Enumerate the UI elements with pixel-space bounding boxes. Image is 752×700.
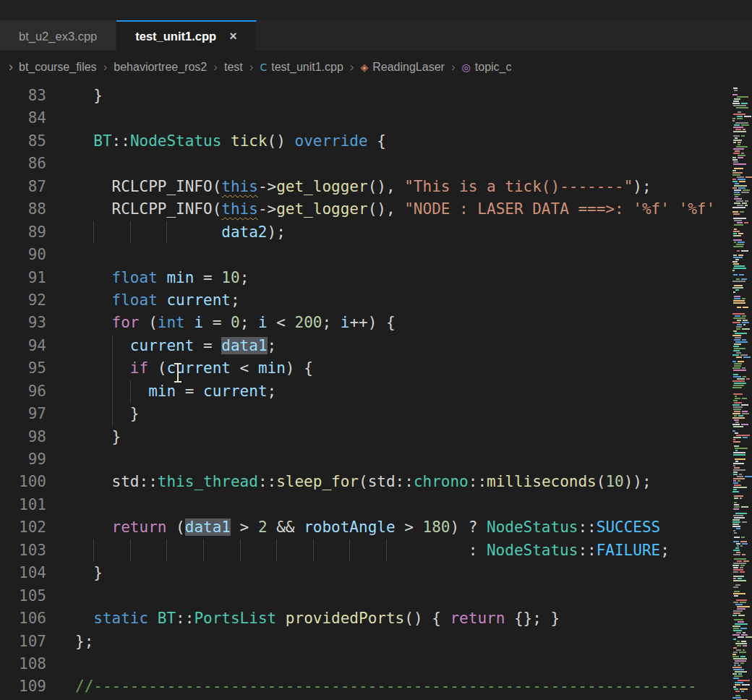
code-line-100[interactable]: 100 std::this_thread::sleep_for(std::chr… bbox=[0, 471, 732, 493]
line-number[interactable]: 109 bbox=[0, 675, 46, 698]
code-line-102[interactable]: 102 return (data1 > 2 && robotAngle > 18… bbox=[0, 516, 732, 539]
code-text[interactable]: if (current < min) { bbox=[46, 357, 732, 380]
code-line-88[interactable]: 88 RCLCPP_INFO(this->get_logger(), "NODE… bbox=[0, 198, 732, 221]
line-number[interactable]: 97 bbox=[0, 403, 46, 425]
code-text[interactable]: float current; bbox=[46, 289, 732, 312]
code-line-104[interactable]: 104 } bbox=[0, 562, 732, 584]
line-number[interactable]: 92 bbox=[0, 289, 46, 312]
code-text[interactable]: } bbox=[46, 85, 732, 107]
code-line-86[interactable]: 86 bbox=[0, 153, 732, 175]
line-number[interactable]: 83 bbox=[0, 85, 46, 107]
minimap-code-bar bbox=[733, 465, 735, 466]
line-number[interactable]: 87 bbox=[0, 176, 46, 198]
line-number[interactable]: 103 bbox=[0, 539, 46, 562]
code-line-108[interactable]: 108 bbox=[0, 653, 732, 675]
code-text[interactable]: BT::NodeStatus tick() override { bbox=[46, 130, 732, 153]
minimap-line bbox=[732, 688, 752, 690]
code-line-93[interactable]: 93 for (int i = 0; i < 200; i++) { bbox=[0, 312, 732, 334]
code-text[interactable] bbox=[46, 494, 732, 516]
code-text[interactable]: data2); bbox=[46, 221, 732, 244]
line-number[interactable]: 106 bbox=[0, 607, 46, 630]
breadcrumb-item-test_unit1-cpp[interactable]: Ctest_unit1.cpp bbox=[260, 61, 343, 74]
breadcrumb-item-ReadingLaser[interactable]: ◈ReadingLaser bbox=[360, 61, 444, 74]
code-line-90[interactable]: 90 bbox=[0, 244, 732, 266]
line-number[interactable]: 84 bbox=[0, 107, 46, 129]
code-line-99[interactable]: 99 bbox=[0, 448, 732, 471]
code-line-103[interactable]: 103 : NodeStatus::FAILURE; bbox=[0, 539, 732, 562]
line-number[interactable]: 89 bbox=[0, 221, 46, 244]
code-line-95[interactable]: 95 if (current < min) { bbox=[0, 357, 732, 380]
line-number[interactable]: 100 bbox=[0, 471, 46, 493]
code-text[interactable]: for (int i = 0; i < 200; i++) { bbox=[46, 312, 732, 334]
code-text[interactable] bbox=[46, 153, 732, 175]
code-text[interactable]: } bbox=[46, 562, 732, 584]
line-number[interactable]: 102 bbox=[0, 516, 46, 539]
line-number[interactable]: 85 bbox=[0, 130, 46, 153]
line-number[interactable]: 91 bbox=[0, 267, 46, 289]
line-number[interactable]: 98 bbox=[0, 426, 46, 448]
minimap[interactable] bbox=[732, 83, 752, 700]
code-line-89[interactable]: 89 data2); bbox=[0, 221, 732, 244]
minimap-code-bar bbox=[743, 320, 748, 321]
code-line-84[interactable]: 84 bbox=[0, 107, 732, 129]
line-number[interactable]: 90 bbox=[0, 244, 46, 266]
code-text[interactable]: return (data1 > 2 && robotAngle > 180) ?… bbox=[46, 516, 732, 539]
code-text[interactable]: static BT::PortsList providedPorts() { r… bbox=[46, 607, 732, 630]
minimap-line bbox=[732, 335, 752, 336]
code-line-97[interactable]: 97 } bbox=[0, 403, 732, 425]
line-number[interactable]: 104 bbox=[0, 562, 46, 584]
breadcrumb-item-topic_c[interactable]: ◎topic_c bbox=[462, 61, 512, 74]
code-text[interactable]: current = data1; bbox=[46, 335, 732, 357]
code-line-109[interactable]: 109//-----------------------------------… bbox=[0, 675, 732, 698]
minimap-code-bar bbox=[733, 541, 740, 542]
code-text[interactable]: } bbox=[46, 426, 732, 448]
code-text[interactable] bbox=[46, 585, 732, 607]
code-line-94[interactable]: 94 current = data1; bbox=[0, 335, 732, 357]
line-number[interactable]: 101 bbox=[0, 494, 46, 516]
code-line-85[interactable]: 85 BT::NodeStatus tick() override { bbox=[0, 130, 732, 153]
line-number[interactable]: 95 bbox=[0, 357, 46, 380]
code-text[interactable]: }; bbox=[46, 631, 732, 653]
close-icon[interactable]: × bbox=[229, 30, 237, 43]
breadcrumb-item-bt_course_files[interactable]: bt_course_files bbox=[19, 61, 97, 74]
line-number[interactable]: 86 bbox=[0, 153, 46, 175]
code-line-87[interactable]: 87 RCLCPP_INFO(this->get_logger(), "This… bbox=[0, 176, 732, 198]
code-area[interactable]: 83 }8485 BT::NodeStatus tick() override … bbox=[0, 83, 732, 700]
minimap-line bbox=[732, 469, 752, 471]
code-line-91[interactable]: 91 float min = 10; bbox=[0, 267, 732, 289]
code-text[interactable]: float min = 10; bbox=[46, 267, 732, 289]
code-line-96[interactable]: 96 min = current; bbox=[0, 380, 732, 403]
tab-test_unit1-cpp[interactable]: test_unit1.cpp× bbox=[116, 20, 256, 51]
line-number[interactable]: 94 bbox=[0, 335, 46, 357]
code-line-107[interactable]: 107}; bbox=[0, 631, 732, 653]
code-token: = bbox=[203, 314, 231, 331]
code-line-92[interactable]: 92 float current; bbox=[0, 289, 732, 312]
code-line-101[interactable]: 101 bbox=[0, 494, 732, 516]
breadcrumb-item-test[interactable]: test bbox=[224, 61, 243, 74]
code-line-98[interactable]: 98 } bbox=[0, 426, 732, 448]
code-text[interactable]: RCLCPP_INFO(this->get_logger(), "NODE : … bbox=[46, 198, 732, 221]
code-text[interactable] bbox=[46, 653, 732, 675]
code-text[interactable] bbox=[46, 107, 732, 129]
line-number[interactable]: 99 bbox=[0, 448, 46, 471]
code-text[interactable] bbox=[46, 244, 732, 266]
line-number[interactable]: 88 bbox=[0, 198, 46, 221]
code-line-105[interactable]: 105 bbox=[0, 585, 732, 607]
code-text[interactable]: min = current; bbox=[46, 380, 732, 403]
code-line-83[interactable]: 83 } bbox=[0, 85, 732, 107]
code-text[interactable]: RCLCPP_INFO(this->get_logger(), "This is… bbox=[46, 176, 732, 198]
code-text[interactable]: : NodeStatus::FAILURE; bbox=[46, 539, 732, 562]
line-number[interactable]: 108 bbox=[0, 653, 46, 675]
code-text[interactable]: //--------------------------------------… bbox=[46, 675, 732, 698]
line-number[interactable]: 93 bbox=[0, 312, 46, 334]
code-text[interactable] bbox=[46, 448, 732, 471]
line-number[interactable]: 105 bbox=[0, 585, 46, 607]
minimap-code-bar bbox=[734, 198, 742, 200]
line-number[interactable]: 96 bbox=[0, 380, 46, 403]
line-number[interactable]: 107 bbox=[0, 631, 46, 653]
tab-bt_u2_ex3-cpp[interactable]: bt_u2_ex3.cpp bbox=[0, 20, 116, 51]
code-text[interactable]: } bbox=[46, 403, 732, 425]
breadcrumb-item-behaviortree_ros2[interactable]: behaviortree_ros2 bbox=[114, 61, 207, 74]
code-text[interactable]: std::this_thread::sleep_for(std::chrono:… bbox=[46, 471, 732, 493]
code-line-106[interactable]: 106 static BT::PortsList providedPorts()… bbox=[0, 607, 732, 630]
